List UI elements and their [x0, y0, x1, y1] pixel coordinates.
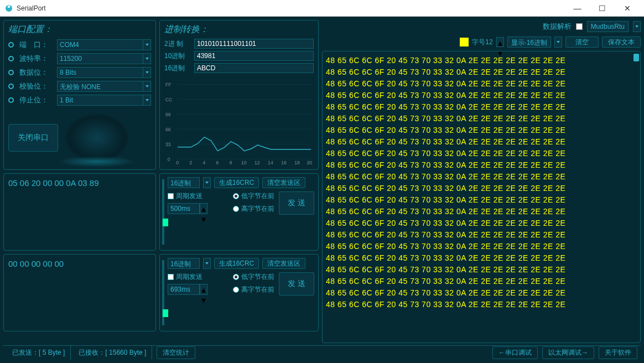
hex-box-2[interactable]: 00 00 00 00 00 [3, 254, 156, 331]
stop-bits-label: 停止位： [19, 95, 57, 105]
data-parse-label: 数据解析 [543, 22, 572, 32]
port-select[interactable]: COM4 [57, 39, 143, 50]
svg-text:16: 16 [281, 160, 287, 165]
chevron-down-icon [557, 41, 560, 43]
hex-text-2: 00 00 00 00 00 [8, 259, 64, 268]
period-input-2[interactable]: 693ms [168, 284, 200, 295]
hex-box-1[interactable]: 05 06 20 00 00 0A 03 89 [3, 173, 156, 251]
baud-dropdown[interactable] [143, 53, 151, 64]
high-byte-label-2: 高字节在前 [241, 285, 274, 294]
low-byte-radio-2[interactable] [233, 274, 239, 280]
hex-text-1: 05 06 20 00 00 0A 03 89 [8, 178, 98, 188]
period-spinner-1[interactable]: ▴▾ [200, 203, 207, 214]
svg-text:18: 18 [294, 160, 300, 165]
data-bits-dropdown[interactable] [143, 67, 151, 78]
format-dropdown-1[interactable] [203, 177, 211, 188]
scroll-thumb[interactable] [633, 54, 639, 61]
color-swatch[interactable] [460, 38, 469, 46]
svg-text:99: 99 [165, 112, 171, 117]
display-format-select[interactable]: 显示-16进制 [507, 37, 551, 48]
data-text: 48 65 6C 6C 6F 20 45 73 70 33 32 0A 2E 2… [326, 55, 637, 310]
high-byte-radio-2[interactable] [233, 287, 239, 293]
decimal-input[interactable] [194, 51, 314, 61]
high-byte-label-1: 高字节在前 [241, 204, 274, 214]
ethernet-debug-button[interactable]: 以太网调试→ [542, 346, 594, 359]
gen-crc-button-1[interactable]: 生成16CRC [214, 177, 259, 188]
chevron-down-icon [146, 85, 149, 87]
slider-thumb-2[interactable] [163, 309, 168, 317]
format-select-2[interactable]: 16进制 [168, 258, 200, 269]
hex-input[interactable] [194, 63, 314, 73]
clear-send-button-2[interactable]: 清空发送区 [262, 258, 305, 269]
send-button-1[interactable]: 发 送 [279, 191, 314, 215]
about-button[interactable]: 关于软件 [599, 346, 637, 359]
maximize-button[interactable]: ☐ [590, 1, 615, 16]
globe-icon [64, 113, 130, 163]
modbus-select[interactable]: MudbusRtu [587, 21, 629, 32]
convert-title: 进制转换： [164, 24, 314, 35]
svg-text:0: 0 [168, 157, 170, 162]
hex-label: 16进制 [164, 64, 191, 73]
app-icon [4, 4, 13, 13]
port-dropdown[interactable] [143, 39, 151, 50]
gen-crc-button-2[interactable]: 生成16CRC [214, 258, 259, 269]
window-title: SerialPort [17, 4, 565, 12]
send-panel-2: 16进制 生成16CRC 清空发送区 周期发送 693ms▴▾ 低字节在前 [159, 254, 319, 331]
data-parse-checkbox[interactable] [576, 23, 583, 30]
svg-text:0: 0 [176, 160, 179, 165]
format-select-1[interactable]: 16进制 [168, 177, 200, 188]
minimize-button[interactable]: — [565, 1, 590, 16]
close-port-button[interactable]: 关闭串口 [8, 124, 58, 152]
bullet-icon [8, 84, 14, 89]
slider-track-2[interactable] [162, 260, 164, 325]
save-text-button[interactable]: 保存文本 [602, 37, 641, 48]
stop-bits-select[interactable]: 1 Bit [57, 95, 143, 106]
svg-text:10: 10 [241, 160, 247, 165]
binary-input[interactable] [194, 39, 314, 49]
display-format-dropdown[interactable] [554, 37, 562, 48]
decimal-label: 10进制 [164, 51, 191, 61]
modbus-dropdown[interactable] [633, 21, 641, 32]
chevron-down-icon [635, 25, 638, 28]
period-spinner-2[interactable]: ▴▾ [200, 284, 207, 295]
periodic-checkbox-2[interactable] [168, 274, 174, 280]
slider-thumb-1[interactable] [163, 219, 168, 226]
clear-stats-button[interactable]: 清空统计 [157, 346, 195, 359]
high-byte-radio-1[interactable] [233, 206, 239, 212]
data-bits-select[interactable]: 8 Bits [57, 67, 143, 78]
stop-bits-dropdown[interactable] [143, 95, 151, 106]
parity-select[interactable]: 无校验 NONE [57, 81, 143, 92]
svg-text:20: 20 [307, 160, 312, 165]
recv-bytes: 已接收：[ 15660 Byte ] [73, 346, 152, 360]
scrollbar[interactable] [633, 54, 639, 340]
convert-panel: 进制转换： 2进 制 10进制 16进制 FFCC9966330 [159, 20, 319, 170]
chevron-down-icon [205, 182, 209, 184]
serial-debug-button[interactable]: ←串口调试 [492, 346, 538, 359]
port-label: 端 口： [19, 40, 57, 50]
periodic-checkbox-1[interactable] [168, 193, 174, 199]
data-display[interactable]: 48 65 6C 6C 6F 20 45 73 70 33 32 0A 2E 2… [322, 51, 641, 343]
baud-select[interactable]: 115200 [57, 53, 143, 64]
slider-track-1[interactable] [162, 179, 164, 245]
parity-label: 校验位： [19, 81, 57, 91]
svg-rect-1 [8, 6, 10, 8]
titlebar: SerialPort — ☐ ✕ [0, 0, 644, 17]
chevron-down-icon [146, 99, 149, 101]
format-dropdown-2[interactable] [203, 258, 211, 269]
clear-button[interactable]: 清空 [565, 37, 599, 48]
svg-text:8: 8 [230, 160, 232, 165]
send-panel-1: 16进制 生成16CRC 清空发送区 周期发送 500ms▴▾ 低字节在前 [159, 173, 319, 251]
svg-text:66: 66 [165, 127, 171, 132]
periodic-label-1: 周期发送 [176, 191, 202, 201]
send-button-2[interactable]: 发 送 [279, 272, 314, 295]
period-input-1[interactable]: 500ms [168, 203, 200, 214]
svg-text:6: 6 [216, 160, 219, 165]
svg-text:12: 12 [255, 160, 260, 165]
close-button[interactable]: ✕ [615, 1, 640, 16]
baud-label: 波特率： [19, 54, 57, 64]
parity-dropdown[interactable] [143, 81, 151, 92]
chevron-down-icon [146, 71, 149, 74]
font-size-spinner[interactable]: ▴▾ [496, 37, 504, 47]
clear-send-button-1[interactable]: 清空发送区 [262, 177, 305, 188]
low-byte-radio-1[interactable] [233, 193, 239, 199]
